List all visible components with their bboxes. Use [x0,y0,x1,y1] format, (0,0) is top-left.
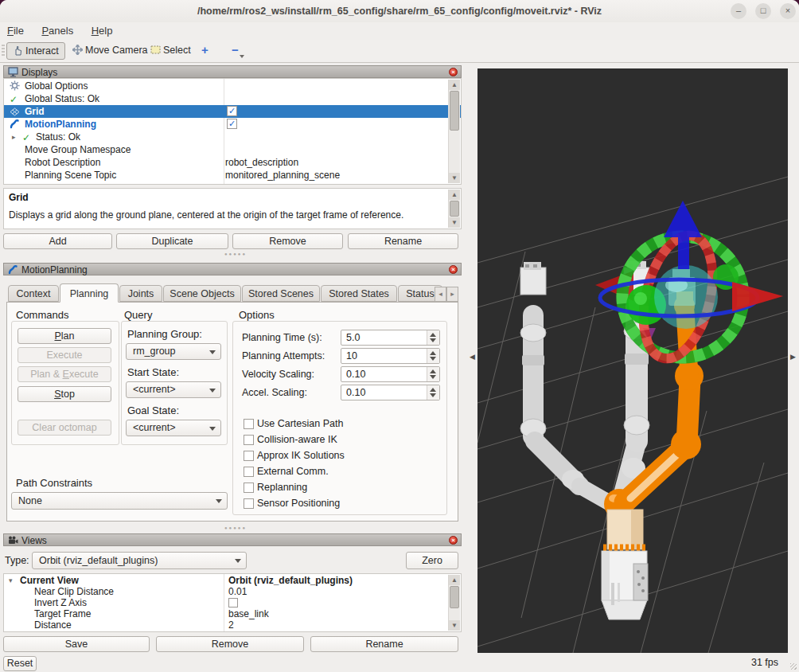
spin-buttons[interactable] [427,349,439,363]
tree-row-near-clip[interactable]: Near Clip Distance 0.01 [4,586,461,597]
expander-icon[interactable]: ▸ [12,131,16,143]
scroll-up-icon[interactable]: ▲ [449,80,460,90]
planning-attempts-spinbox[interactable]: 10 [341,348,440,364]
checkbox[interactable] [244,451,254,461]
remove-display-button[interactable]: Remove [232,233,343,249]
tree-row-value[interactable]: 0.01 [228,586,247,597]
tree-row-value[interactable]: robot_description [225,156,298,169]
toolbar-handle[interactable] [2,45,5,57]
spin-down-icon[interactable] [430,338,436,342]
reset-button[interactable]: Reset [3,656,37,671]
close-button[interactable]: × [780,3,796,19]
tree-row-invert-z[interactable]: Invert Z Axis [4,597,461,608]
tab-scene-objects[interactable]: Scene Objects [163,285,241,302]
grid-enabled-checkbox[interactable] [227,106,237,116]
motionplanning-enabled-checkbox[interactable] [227,119,237,129]
zoom-in-tool-button[interactable]: + [196,42,214,58]
tab-joints[interactable]: Joints [119,285,162,302]
stop-button[interactable]: Stop [18,386,111,402]
menu-file[interactable]: File [0,22,31,37]
scrollbar-thumb[interactable] [450,91,459,131]
add-button[interactable]: Add [3,233,112,249]
scroll-down-icon[interactable]: ▼ [449,173,460,183]
checkbox[interactable] [244,498,254,509]
splitter-handle[interactable]: ●●●●● [224,252,247,256]
expander-icon[interactable]: ▾ [9,575,13,586]
collapse-right-icon[interactable]: ▶ [790,353,796,361]
tree-row-current-view[interactable]: ▾ Current View Orbit (rviz_default_plugi… [4,575,461,586]
tree-row-value[interactable]: monitored_planning_scene [225,169,340,182]
zoom-out-tool-button[interactable]: − [226,42,244,58]
planning-group-dropdown[interactable]: rm_group [126,343,221,360]
views-close-icon[interactable]: × [449,536,458,545]
motionplanning-close-icon[interactable]: × [449,265,458,274]
duplicate-button[interactable]: Duplicate [116,233,228,249]
spin-buttons[interactable] [427,367,439,381]
spin-up-icon[interactable] [430,369,436,373]
tree-row-global-status[interactable]: ✓ Global Status: Ok [4,92,461,105]
tab-scroll-left-icon[interactable]: ◂ [435,287,446,302]
checkbox[interactable] [244,467,254,477]
tab-planning[interactable]: Planning [60,283,119,303]
tree-row-planning-scene-topic[interactable]: Planning Scene Topic monitored_planning_… [4,169,461,182]
scroll-down-icon[interactable]: ▼ [449,217,460,228]
spin-buttons[interactable] [427,330,439,345]
menu-panels[interactable]: Panels [34,22,80,37]
scroll-up-icon[interactable]: ▲ [449,575,460,585]
tree-row-global-options[interactable]: Global Options [4,80,461,92]
3d-viewport[interactable] [477,68,788,653]
motionplanning-panel-header[interactable]: MotionPlanning × [3,263,462,275]
tree-row-value[interactable]: 2 [228,619,234,631]
start-state-dropdown[interactable]: <current> [126,381,221,398]
path-constraints-dropdown[interactable]: None [11,492,228,510]
tree-row-motionplanning[interactable]: MotionPlanning [4,118,461,131]
tree-row-status-ok[interactable]: ▸ ✓ Status: Ok [4,131,461,143]
tab-stored-states[interactable]: Stored States [321,285,397,302]
menu-help[interactable]: Help [84,22,120,37]
plan-execute-button[interactable]: Plan & Execute [18,366,111,382]
spin-up-icon[interactable] [430,351,436,355]
tree-row-distance[interactable]: Distance 2 [4,619,461,631]
tab-context[interactable]: Context [8,285,59,302]
remove-view-button[interactable]: Remove [156,636,304,652]
tab-stored-scenes[interactable]: Stored Scenes [242,285,320,302]
select-tool-button[interactable]: Select [145,42,197,58]
spin-down-icon[interactable] [430,393,436,397]
marker-center-sphere[interactable] [654,265,718,329]
spin-down-icon[interactable] [430,375,436,379]
checkbox[interactable] [244,483,254,493]
checkbox[interactable] [244,419,254,429]
accel-scaling-spinbox[interactable]: 0.10 [341,385,440,400]
description-scrollbar[interactable]: ▲ ▼ [448,189,460,228]
maximize-button[interactable]: □ [755,3,771,19]
displays-tree-scrollbar[interactable]: ▲ ▼ [448,80,460,183]
checkbox[interactable] [244,435,254,445]
scrollbar-thumb[interactable] [450,201,459,217]
resize-grip[interactable] [790,663,797,670]
goal-state-dropdown[interactable]: <current> [126,420,221,436]
displays-panel-header[interactable]: Displays × [3,65,462,78]
views-tree-scrollbar[interactable]: ▲ ▼ [448,575,460,631]
collapse-left-panel-icon[interactable]: ◀ [470,353,475,361]
view-type-dropdown[interactable]: Orbit (rviz_default_plugins) [32,552,247,569]
clear-octomap-button[interactable]: Clear octomap [18,420,111,436]
tree-row-target-frame[interactable]: Target Frame base_link [4,608,461,619]
execute-button[interactable]: Execute [18,347,111,363]
splitter-handle[interactable]: ●●●●● [224,525,247,530]
scrollbar-thumb[interactable] [450,586,459,608]
velocity-scaling-spinbox[interactable]: 0.10 [341,366,440,382]
invert-z-checkbox[interactable] [228,598,238,608]
spin-up-icon[interactable] [430,333,436,337]
plan-button[interactable]: Plan [18,328,111,344]
spin-down-icon[interactable] [430,357,436,361]
spin-up-icon[interactable] [430,388,436,392]
views-panel-header[interactable]: Views × [3,533,462,546]
minimize-button[interactable]: – [731,3,746,19]
zero-button[interactable]: Zero [406,552,458,569]
tree-row-grid[interactable]: Grid [4,105,461,118]
tab-scroll-right-icon[interactable]: ▸ [446,287,458,302]
spin-buttons[interactable] [427,385,439,400]
interact-tool-button[interactable]: Interact [6,42,65,60]
displays-close-icon[interactable]: × [449,68,458,76]
tree-row-robot-description[interactable]: Robot Description robot_description [4,156,461,169]
